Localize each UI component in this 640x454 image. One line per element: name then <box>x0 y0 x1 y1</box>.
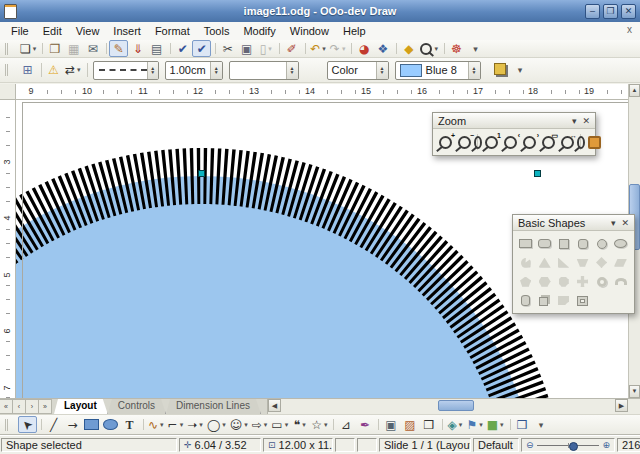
basic-shape-trapezoid[interactable] <box>573 253 592 272</box>
basic-shape-cross[interactable] <box>573 272 592 291</box>
arrow-style-button[interactable]: ⇄ <box>63 60 83 80</box>
palette-close-icon[interactable]: ✕ <box>621 218 629 228</box>
help-button[interactable]: ☸ <box>447 40 466 57</box>
zoom-out-icon[interactable]: ⊖ <box>526 440 534 450</box>
edit-file-button[interactable]: ✎ <box>109 40 128 57</box>
tab-next-button[interactable]: › <box>26 399 39 414</box>
palette-close-icon[interactable]: ✕ <box>582 116 590 126</box>
export-pdf-button[interactable]: ⇓ <box>128 40 147 57</box>
zoom-button[interactable] <box>418 40 440 57</box>
gallery-button[interactable]: ◆ <box>399 40 418 57</box>
line-width-input[interactable]: 1.00cm ▲▼ <box>165 61 223 80</box>
palette-menu-icon[interactable]: ▾ <box>611 218 616 228</box>
spinner[interactable]: ▲▼ <box>210 62 222 79</box>
zoom-palette-titlebar[interactable]: Zoom ▾ ✕ <box>433 113 595 129</box>
basic-shape-rounded-square[interactable] <box>573 234 592 253</box>
basic-shape-square[interactable] <box>554 234 573 253</box>
text-button[interactable]: T <box>120 416 139 433</box>
scroll-right-icon[interactable]: ▶ <box>615 399 628 412</box>
rotate-button[interactable]: ◈ <box>445 416 464 433</box>
menu-tools[interactable]: Tools <box>197 24 237 38</box>
save-button[interactable]: ▦ <box>64 40 83 57</box>
toolbar-options-button[interactable]: ▾ <box>466 40 485 57</box>
line-button[interactable]: ╱ <box>44 416 63 433</box>
spinner[interactable]: ▲▼ <box>376 62 388 79</box>
arrange-button[interactable]: ■ <box>485 416 506 433</box>
zoom-slider-thumb[interactable] <box>569 442 578 451</box>
tab-dimension-lines[interactable]: Dimension Lines <box>166 399 261 414</box>
shadow-button[interactable] <box>492 60 511 80</box>
zoom-percentage[interactable]: 216% <box>617 438 640 452</box>
basic-shape-circle[interactable] <box>592 234 611 253</box>
menu-format[interactable]: Format <box>148 24 197 38</box>
spinner[interactable]: ▲▼ <box>468 62 480 79</box>
spellcheck-button[interactable]: ✔ <box>173 40 192 57</box>
zoom-in-button[interactable]: + <box>436 132 455 152</box>
flowcharts-button[interactable]: ▭ <box>269 416 290 433</box>
stars-button[interactable]: ☆ <box>309 416 329 433</box>
toolbar-grip[interactable] <box>5 419 15 431</box>
zoom-slider-track[interactable] <box>537 445 600 446</box>
callouts-button[interactable]: ❝ <box>290 416 309 433</box>
toolbar-grip[interactable] <box>5 43 15 55</box>
basic-shape-circle-pie[interactable] <box>516 253 535 272</box>
zoom-slider-cell[interactable]: ⊖ ⊕ <box>521 438 615 452</box>
points-button[interactable]: ⊿ <box>336 416 355 433</box>
cursor-position-cell[interactable]: ✛ 6.04 / 3.52 <box>179 438 261 452</box>
selection-handle-top-middle[interactable] <box>198 170 205 177</box>
toolbar-options-button[interactable]: ▾ <box>532 416 551 433</box>
menu-view[interactable]: View <box>69 24 107 38</box>
symbol-shapes-button[interactable]: ☺ <box>228 416 250 433</box>
scroll-left-icon[interactable]: ◀ <box>268 399 281 412</box>
curve-button[interactable]: ∿ <box>146 416 166 433</box>
tab-last-button[interactable]: » <box>39 399 52 414</box>
arrow-button[interactable]: → <box>63 416 82 433</box>
rectangle-button[interactable] <box>82 416 101 433</box>
gluepoints-button[interactable]: ✒ <box>355 416 374 433</box>
format-paintbrush-button[interactable]: ✐ <box>282 40 301 57</box>
menu-file[interactable]: File <box>4 24 36 38</box>
tab-prev-button[interactable]: ‹ <box>13 399 26 414</box>
selected-ellipse-shape[interactable] <box>16 176 537 398</box>
basic-shape-hexagon[interactable] <box>535 272 554 291</box>
basic-shapes-button[interactable]: ◯ <box>205 416 228 433</box>
extrusion-button[interactable]: ❒ <box>513 416 532 433</box>
basic-shape-block-arc[interactable] <box>611 272 630 291</box>
zoom-entire-page-button[interactable]: ▭ <box>539 132 558 152</box>
close-document-icon[interactable]: x <box>627 24 632 35</box>
duplicate-button[interactable]: ❒ <box>419 416 438 433</box>
connector-button[interactable]: ⌐ <box>166 416 186 433</box>
cut-button[interactable]: ✂ <box>218 40 237 57</box>
ellipse-button[interactable] <box>101 416 120 433</box>
slide-indicator[interactable]: Slide 1 / 1 (Layout) <box>379 438 471 452</box>
basic-shape-rectangle[interactable] <box>516 234 535 253</box>
scroll-down-icon[interactable]: ▼ <box>629 385 640 398</box>
open-button[interactable]: ❐ <box>45 40 64 57</box>
basic-shape-cube[interactable] <box>535 291 554 310</box>
copy-button[interactable]: ▣ <box>237 40 256 57</box>
basic-shape-ring[interactable] <box>592 272 611 291</box>
menu-window[interactable]: Window <box>283 24 336 38</box>
object-size-cell[interactable]: ⊡ 12.00 x 11.56 <box>263 438 333 452</box>
toolbar-options-button[interactable]: ▾ <box>511 60 530 80</box>
scroll-up-icon[interactable]: ▲ <box>629 84 640 97</box>
close-button[interactable]: ✕ <box>621 4 636 19</box>
zoom-previous-button[interactable]: ‹ <box>501 132 520 152</box>
paste-button[interactable]: ▯ <box>256 40 275 57</box>
basic-shape-parallelogram[interactable] <box>611 253 630 272</box>
tab-first-button[interactable]: « <box>0 399 13 414</box>
basic-shape-ellipse[interactable] <box>611 234 630 253</box>
area-style-select[interactable]: Color ▲▼ <box>327 61 389 80</box>
gallery-button[interactable]: ▨ <box>400 416 419 433</box>
select-button[interactable]: ➤ <box>18 416 37 433</box>
new-document-button[interactable]: ❏ <box>18 40 38 57</box>
basic-shape-regular-pentagon[interactable] <box>516 272 535 291</box>
basic-shape-cylinder[interactable] <box>516 291 535 310</box>
line-properties-button[interactable]: ⚠ <box>44 60 63 80</box>
basic-shape-rounded-rectangle[interactable] <box>535 234 554 253</box>
menu-modify[interactable]: Modify <box>236 24 282 38</box>
menu-insert[interactable]: Insert <box>106 24 148 38</box>
basic-shape-frame[interactable] <box>573 291 592 310</box>
block-arrows-button[interactable]: ⇨ <box>250 416 270 433</box>
spinner[interactable]: ▲▼ <box>286 62 298 79</box>
